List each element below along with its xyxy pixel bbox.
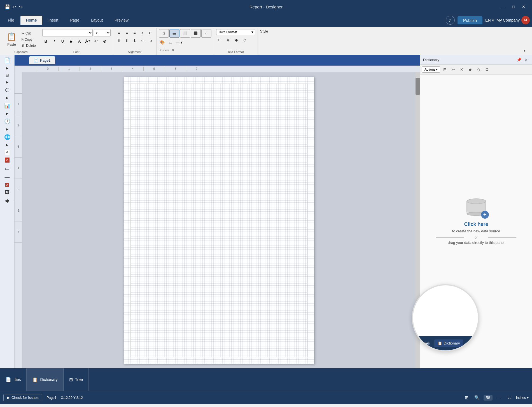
text-format-btn4[interactable]: ◇ <box>241 36 249 43</box>
tab-page[interactable]: Page <box>64 16 85 25</box>
sidebar-container-btn[interactable]: ▭ <box>1 164 13 173</box>
language-button[interactable]: EN ▾ <box>485 18 494 22</box>
border-color-button[interactable]: ▭ <box>167 39 174 46</box>
close-button[interactable]: ✕ <box>520 3 528 11</box>
align-top-button[interactable]: ⬆ <box>115 37 123 44</box>
lang-chevron-icon: ▾ <box>492 18 494 22</box>
undo-icon[interactable]: ↩ <box>11 4 17 10</box>
canvas-scroll[interactable]: 1 2 3 4 5 6 7 <box>15 72 420 368</box>
click-here-button[interactable]: Click here <box>464 221 488 227</box>
ellipse-button[interactable]: ○ <box>201 29 211 38</box>
dict-diamond-button[interactable]: ◆ <box>466 66 474 73</box>
sidebar-gauge-btn[interactable]: 🕐 <box>1 117 13 126</box>
tab-insert[interactable]: Insert <box>43 16 64 25</box>
paste-button[interactable]: 📋 Paste <box>4 30 19 49</box>
align-left-button[interactable]: ≡ <box>115 29 123 36</box>
page1-tab[interactable]: 📄 Page1 <box>29 56 55 64</box>
align-bottom-button[interactable]: ⬇ <box>131 37 138 44</box>
canvas-area: 📄 Page1 0 1 2 3 4 5 6 7 1 2 <box>15 55 420 368</box>
tab-preview[interactable]: Preview <box>109 16 134 25</box>
sidebar-richtext2-btn[interactable]: A <box>1 182 13 188</box>
font-family-select[interactable] <box>42 29 93 36</box>
tab-home[interactable]: Home <box>20 16 43 25</box>
style-expand-button[interactable]: ▾ <box>521 47 528 54</box>
sidebar-expand-5[interactable]: ▶ <box>1 126 13 132</box>
status-shield-button[interactable]: 🛡 <box>505 394 514 402</box>
dict-view-button[interactable]: ⊞ <box>441 66 449 73</box>
bold-button[interactable]: B <box>42 38 50 45</box>
status-zoom-button[interactable]: 🔍 <box>473 394 481 402</box>
border-style-dropdown[interactable]: — ▾ <box>176 39 183 46</box>
minimize-button[interactable]: — <box>500 3 507 11</box>
indent-dec-button[interactable]: ⇤ <box>139 37 146 44</box>
text-format-btn2[interactable]: ◈ <box>225 36 232 43</box>
align-middle-button[interactable]: ⬆ <box>123 37 130 44</box>
sidebar-page-btn[interactable]: 📄 <box>1 56 13 64</box>
sidebar-text2-btn[interactable]: A <box>1 156 13 164</box>
underline-button[interactable]: U <box>59 38 66 45</box>
copy-button[interactable]: ⎘ Copy <box>20 37 38 42</box>
strikethrough-button[interactable]: S̶ <box>67 38 75 45</box>
sidebar-expand-4[interactable]: ▶ <box>1 110 13 117</box>
rect-selected-button[interactable]: ▬ <box>169 29 179 38</box>
bottom-tab-properties[interactable]: 📄 rties <box>0 368 27 391</box>
dict-delete-button[interactable]: ✕ <box>458 66 465 73</box>
delete-button[interactable]: 🗑 Delete <box>20 43 38 48</box>
dict-close-button[interactable]: ✕ <box>523 57 529 63</box>
sidebar-expand-1[interactable]: ▶ <box>1 65 13 71</box>
sidebar-tools-btn[interactable]: ✱ <box>1 197 13 205</box>
page-canvas[interactable] <box>124 77 314 364</box>
sidebar-text1-btn[interactable]: A <box>1 149 13 156</box>
scrollbar-thumb[interactable] <box>416 78 420 95</box>
indent-inc-button[interactable]: ⇥ <box>147 37 154 44</box>
dict-diamond2-button[interactable]: ◇ <box>475 66 482 73</box>
tab-layout[interactable]: Layout <box>85 16 108 25</box>
rounded-rect-button[interactable]: ⬜ <box>180 29 190 38</box>
italic-button[interactable]: I <box>51 38 58 45</box>
text-format-dropdown[interactable]: Text Format ▾ <box>216 29 255 35</box>
sidebar-chart-btn[interactable]: 📊 <box>1 101 13 110</box>
canvas-content[interactable] <box>22 72 416 368</box>
maximize-button[interactable]: □ <box>510 3 517 11</box>
sidebar-band-btn[interactable]: ⊟ <box>1 72 13 78</box>
fill-color-button[interactable]: 🎨 <box>159 39 166 46</box>
bottom-tab-tree[interactable]: ⊞ Tree <box>64 368 89 391</box>
check-issues-button[interactable]: ▶ Check for Issues <box>3 394 42 401</box>
ruler-top: 0 1 2 3 4 5 6 7 <box>15 66 420 72</box>
line-spacing-button[interactable]: ↕ <box>139 29 146 36</box>
dict-pin-button[interactable]: 📌 <box>516 57 522 63</box>
text-format-btn1[interactable]: □ <box>216 36 223 43</box>
font-grow-button[interactable]: A⁺ <box>84 38 92 45</box>
status-grid-button[interactable]: ⊞ <box>462 394 471 402</box>
dict-edit-button[interactable]: ✏ <box>450 66 457 73</box>
text-format-btn3[interactable]: ◆ <box>233 36 240 43</box>
pill-button[interactable]: ⬛ <box>191 29 201 38</box>
sidebar-expand-6[interactable]: ▶ <box>1 142 13 148</box>
save-icon[interactable]: 💾 <box>4 4 10 10</box>
user-area[interactable]: My Company M <box>497 16 530 24</box>
sidebar-image-btn[interactable]: 🖼 <box>1 188 13 196</box>
sidebar-map-btn[interactable]: 🌐 <box>1 133 13 141</box>
publish-button[interactable]: Publish <box>458 16 482 24</box>
bottom-tab-dictionary[interactable]: 📋 Dictionary <box>27 368 63 391</box>
cut-button[interactable]: ✂ Cut <box>20 31 38 36</box>
dict-settings-button[interactable]: ⚙ <box>483 66 491 73</box>
dict-actions-button[interactable]: Actions ▾ <box>422 66 440 73</box>
sidebar-expand-3[interactable]: ▶ <box>1 95 13 101</box>
clear-format-button[interactable]: ⊘ <box>101 38 108 45</box>
status-minus-button[interactable]: — <box>495 394 503 402</box>
sidebar-shape-btn[interactable]: ⬡ <box>1 86 13 94</box>
share-button[interactable]: ⤴ <box>446 16 455 25</box>
font-shrink-button[interactable]: A⁻ <box>93 38 100 45</box>
sidebar-expand-2[interactable]: ▶ <box>1 79 13 85</box>
redo-icon[interactable]: ↪ <box>18 4 24 10</box>
wrap-text-button[interactable]: ↵ <box>147 29 154 36</box>
align-right-button[interactable]: ≡ <box>131 29 138 36</box>
borders-expand-button[interactable]: ⧉ <box>169 46 177 54</box>
align-center-button[interactable]: ≡ <box>123 29 130 36</box>
font-size-select[interactable]: 8 <box>94 29 111 36</box>
font-color-button[interactable]: A <box>76 38 83 45</box>
square-shape-button[interactable]: □ <box>159 29 169 38</box>
sidebar-line-btn[interactable]: — <box>1 173 13 181</box>
tab-file[interactable]: File <box>2 16 20 25</box>
